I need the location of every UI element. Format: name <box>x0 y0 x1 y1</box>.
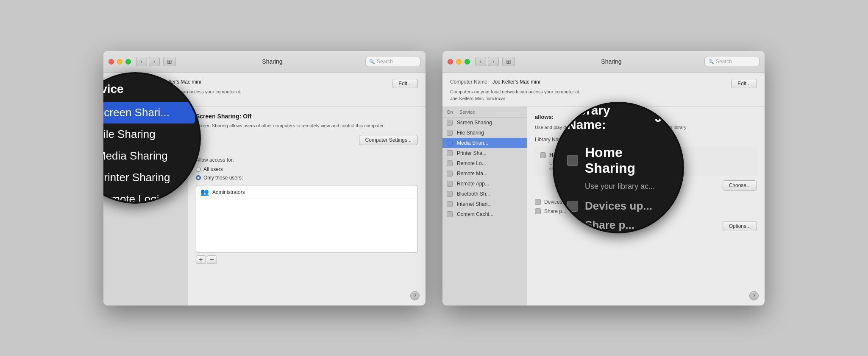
window-1: Service Screen Shari... File Sharing Med… <box>103 51 426 306</box>
users-icon-0: 👥 <box>200 188 209 196</box>
help-button-2[interactable]: ? <box>749 291 759 300</box>
users-list-box: 👥 Administrators <box>196 185 418 253</box>
service-item-w2-media[interactable]: Media Shari... <box>442 138 527 148</box>
radio-group-1: All users Only these users: <box>196 166 418 181</box>
check-w2-remote-ma[interactable] <box>447 171 453 177</box>
search-icon-1: 🔍 <box>369 59 375 64</box>
computer-name-value-2: Joe Keller's Mac mini <box>492 79 540 85</box>
check-w2-file[interactable] <box>447 130 453 136</box>
titlebar-1: ‹ › ⊞ Sharing 🔍 Search <box>103 51 426 73</box>
panel-desc-1: Screen Sharing allows users of other com… <box>196 122 418 129</box>
titlebar-2: ‹ › ⊞ Sharing 🔍 Search <box>442 51 765 73</box>
mag-devices-row: Devices up... <box>567 199 652 213</box>
choose-button[interactable]: Choose... <box>723 180 757 191</box>
grid-button-1[interactable]: ⊞ <box>163 57 176 66</box>
search-box-1[interactable]: 🔍 Search <box>365 57 420 66</box>
computer-name-row-2: Computer Name: Joe Keller's Mac mini <box>450 79 727 85</box>
computer-settings-button[interactable]: Computer Settings... <box>359 135 418 145</box>
options-button[interactable]: Options... <box>723 221 757 231</box>
edit-button-2[interactable]: Edit... <box>731 79 757 88</box>
window-2: Library Name: Jo Home Sharing Use your l… <box>442 51 765 306</box>
search-placeholder-1: Search <box>377 59 393 64</box>
allows-label: allows: <box>535 114 554 120</box>
check-w2-media[interactable] <box>447 140 453 146</box>
forward-button-1[interactable]: › <box>149 57 160 66</box>
computer-name-label-2: Computer Name: <box>450 79 489 85</box>
service-item-w2-screen[interactable]: Screen Sharing <box>442 118 527 128</box>
help-button-1[interactable]: ? <box>410 291 420 300</box>
service-item-w2-printer[interactable]: Printer Sha... <box>442 148 527 158</box>
add-user-button[interactable]: + <box>196 255 206 264</box>
check-w2-screen[interactable] <box>447 120 453 126</box>
service-item-w2-content[interactable]: Content Cachi... <box>442 209 527 219</box>
check-w2-printer[interactable] <box>447 150 453 156</box>
forward-button-2[interactable]: › <box>488 57 499 66</box>
mag-home-checkbox <box>567 155 578 166</box>
mag-home-sharing-title: Home Sharing <box>585 145 670 176</box>
window-header-2: Computer Name: Joe Keller's Mac mini Com… <box>442 73 765 107</box>
traffic-lights-1 <box>108 59 131 64</box>
radio-circle-all[interactable] <box>196 167 201 172</box>
grid-button-2[interactable]: ⊞ <box>502 57 515 66</box>
mag-devices-label: Devices up... <box>585 199 652 213</box>
close-button-2[interactable] <box>448 59 453 64</box>
check-w2-remote-lo[interactable] <box>447 160 453 166</box>
users-list-item-0[interactable]: 👥 Administrators <box>196 185 417 199</box>
search-placeholder-2: Search <box>716 59 732 64</box>
mag-devices-checkbox <box>567 201 578 212</box>
radio-all-users[interactable]: All users <box>196 166 418 172</box>
share-checkbox[interactable] <box>535 208 541 214</box>
minimize-button-2[interactable] <box>456 59 462 64</box>
network-info-2: Computers on your local network can acce… <box>450 88 727 102</box>
mag-service-item-0[interactable]: Screen Shari... <box>103 102 195 123</box>
service-header-2: Service <box>459 109 475 115</box>
service-item-w2-remote-app[interactable]: Remote App... <box>442 179 527 189</box>
maximize-button-2[interactable] <box>465 59 470 64</box>
radio-only-these[interactable]: Only these users: <box>196 175 418 181</box>
check-w2-internet[interactable] <box>447 201 453 207</box>
service-item-w2-file[interactable]: File Sharing <box>442 128 527 138</box>
right-panel-1: Screen Sharing: Off Screen Sharing allow… <box>188 107 426 306</box>
panel-title-1: Screen Sharing: Off <box>196 113 418 120</box>
magnified-home-sharing: Library Name: Jo Home Sharing Use your l… <box>554 104 682 232</box>
nav-buttons-1: ‹ › <box>136 57 160 66</box>
back-button-2[interactable]: ‹ <box>475 57 486 66</box>
radio-circle-only[interactable] <box>196 175 201 180</box>
nav-buttons-2: ‹ › <box>475 57 499 66</box>
devices-checkbox[interactable] <box>535 199 541 205</box>
window-title-1: Sharing <box>179 58 365 65</box>
mag-service-item-2[interactable]: Media Sharing <box>103 145 195 167</box>
mag-home-sharing-desc: Use your library ac... <box>567 182 655 191</box>
minimize-button-1[interactable] <box>117 59 122 64</box>
service-list-2: On Service Screen Sharing File Sharing M… <box>442 107 527 306</box>
back-button-1[interactable]: ‹ <box>136 57 147 66</box>
window-title-2: Sharing <box>518 58 704 65</box>
search-box-2[interactable]: 🔍 Search <box>704 57 760 66</box>
allow-label-1: Allow access for: <box>196 157 418 163</box>
home-sharing-checkbox[interactable] <box>540 152 546 158</box>
check-w2-bluetooth[interactable] <box>447 191 453 197</box>
service-item-w2-bluetooth[interactable]: Bluetooth Sh... <box>442 189 527 199</box>
maximize-button-1[interactable] <box>125 59 131 64</box>
list-controls-1: + − <box>196 255 418 264</box>
traffic-lights-2 <box>448 59 470 64</box>
check-w2-remote-app[interactable] <box>447 181 453 187</box>
mag-service-item-1[interactable]: File Sharing <box>103 123 195 145</box>
remove-user-button[interactable]: − <box>207 255 217 264</box>
header-info-2: Computer Name: Joe Keller's Mac mini Com… <box>450 79 727 102</box>
service-list-header-2: On Service <box>442 107 527 118</box>
edit-button-1[interactable]: Edit... <box>392 79 418 88</box>
service-item-w2-internet[interactable]: Internet Shari... <box>442 199 527 209</box>
service-item-w2-remote-lo[interactable]: Remote Lo... <box>442 158 527 168</box>
close-button-1[interactable] <box>108 59 114 64</box>
share-label: Share p... <box>544 208 566 214</box>
service-item-w2-remote-ma[interactable]: Remote Ma... <box>442 168 527 179</box>
on-header-2: On <box>447 109 459 115</box>
mag-home-sharing-row: Home Sharing <box>567 145 670 176</box>
check-w2-content[interactable] <box>447 211 453 217</box>
search-icon-2: 🔍 <box>708 59 714 64</box>
magnify-circle-2: Library Name: Jo Home Sharing Use your l… <box>553 102 684 233</box>
